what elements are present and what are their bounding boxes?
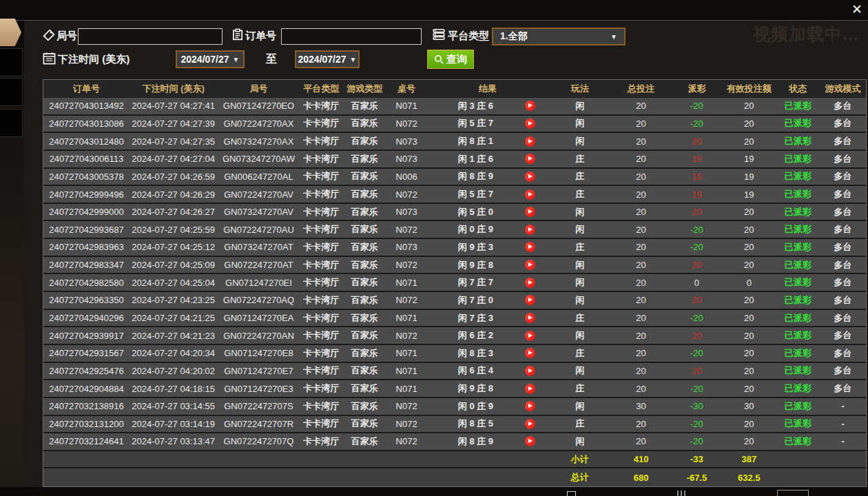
cell-platform: 卡卡湾厅 [300,382,342,395]
cell-game-mode: 多台 [820,170,866,183]
cell-game-no: GN072247270AT [218,260,300,270]
table-row[interactable]: 240727042963350 2024-07-27 04:23:25 GN07… [43,292,866,310]
cell-play-type: 庄 [549,188,611,200]
subtotal-payout: -33 [671,454,722,464]
cell-play-type: 庄 [549,312,611,324]
close-icon[interactable]: ✕ [851,2,862,17]
cell-order-id: 240727042925476 [43,366,130,376]
sidebar-item-placeholder [0,109,23,137]
subtotal-total-bet: 410 [611,454,672,464]
cell-game-type: 百家乐 [342,259,386,271]
cell-order-id: 240727043006113 [43,154,130,164]
cell-payout: 0 [671,278,722,288]
play-video-icon[interactable] [525,331,535,341]
cell-game-no: GN0722472707R [218,419,300,429]
cell-status: 已派彩 [776,294,820,307]
cell-result: 闲 8 庄 1 [426,135,549,147]
play-video-icon[interactable] [525,136,535,147]
game-no-input[interactable] [78,28,223,45]
cell-result: 闲 6 庄 4 [426,364,549,377]
date-from-select[interactable]: 2024/07/27 ▼ [176,50,245,68]
order-no-input[interactable] [281,28,422,45]
table-row[interactable]: 240727032131200 2024-07-27 03:14:19 GN07… [43,416,866,434]
cell-game-no: GN071247270EO [218,101,300,111]
result-score: 闲 6 庄 4 [426,364,525,377]
table-row[interactable]: 240727042940296 2024-07-27 04:21:25 GN07… [43,310,866,328]
cell-platform: 卡卡湾厅 [300,435,342,448]
table-row[interactable]: 240727042993687 2024-07-27 04:25:59 GN07… [43,221,866,239]
cell-game-no: GN071247270E8 [218,348,300,358]
sidebar-collapse-tab[interactable] [0,19,21,46]
table-row[interactable]: 240727042982580 2024-07-27 04:25:04 GN07… [43,274,866,292]
col-header-play: 玩法 [549,83,611,95]
cell-game-mode: 多台 [820,206,866,218]
cell-total-bet: 20 [611,313,672,323]
date-to-select[interactable]: 2024/07/27 ▼ [295,50,360,68]
table-row[interactable]: 240727042999496 2024-07-27 04:26:29 GN07… [43,186,866,204]
col-header-game-no: 局号 [218,83,300,95]
play-video-icon[interactable] [525,189,535,200]
cell-game-no: GN072247270AV [218,189,300,200]
play-video-icon[interactable] [525,419,535,429]
result-score: 闲 8 庄 9 [426,170,525,183]
cell-table-no: N073 [386,136,426,147]
table-row[interactable]: 240727043013086 2024-07-27 04:27:39 GN07… [43,116,866,134]
cell-play-type: 闲 [549,364,611,377]
play-video-icon[interactable] [525,154,535,164]
play-video-icon[interactable] [525,436,535,446]
cell-bet-time: 2024-07-27 04:25:09 [130,260,218,270]
table-row[interactable]: 240727032124641 2024-07-27 03:13:47 GN07… [43,433,866,451]
table-row[interactable]: 240727043013492 2024-07-27 04:27:41 GN07… [43,98,866,116]
play-video-icon[interactable] [525,348,535,358]
play-video-icon[interactable] [525,295,535,305]
cell-payout: -20 [671,225,722,235]
play-video-icon[interactable] [525,242,535,252]
table-row[interactable]: 240727042925476 2024-07-27 04:20:02 GN07… [43,363,866,381]
play-video-icon[interactable] [525,101,535,111]
cell-total-bet: 20 [611,348,672,358]
cell-order-id: 240727032124641 [43,436,130,446]
play-video-icon[interactable] [525,207,535,217]
cell-order-id: 240727032138916 [43,401,130,411]
play-video-icon[interactable] [525,225,535,235]
cell-status: 已派彩 [776,206,820,218]
play-video-icon[interactable] [525,278,535,288]
cell-order-id: 240727042931567 [43,348,130,358]
play-video-icon[interactable] [525,366,535,376]
table-row[interactable]: 240727043005378 2024-07-27 04:26:59 GN00… [43,169,866,187]
query-button[interactable]: 查询 [427,50,474,69]
table-row[interactable]: 240727042931567 2024-07-27 04:20:34 GN07… [43,345,866,363]
cell-valid-bet: 30 [722,401,776,411]
play-video-icon[interactable] [525,260,535,270]
table-row[interactable]: 240727042983347 2024-07-27 04:25:09 GN07… [43,257,866,275]
cell-play-type: 闲 [549,100,611,112]
play-video-icon[interactable] [525,313,535,323]
cell-play-type: 闲 [549,294,611,307]
cell-game-no: GN072247270AQ [218,295,300,305]
cell-payout: -20 [671,384,722,394]
sidebar-item-placeholder [0,78,23,106]
table-row[interactable]: 240727042939917 2024-07-27 04:21:23 GN07… [43,327,866,345]
table-row[interactable]: 240727042983963 2024-07-27 04:25:12 GN07… [43,239,866,257]
play-video-icon[interactable] [525,384,535,394]
cell-payout: 20 [671,207,722,217]
table-row[interactable]: 240727042999000 2024-07-27 04:26:27 GN07… [43,204,866,222]
table-row[interactable]: 240727042904884 2024-07-27 04:18:15 GN07… [43,380,866,398]
play-video-icon[interactable] [525,118,535,129]
cell-table-no: N073 [386,154,426,164]
play-video-icon[interactable] [525,401,535,411]
play-video-icon[interactable] [525,172,535,182]
col-header-total-bet: 总投注 [611,83,672,95]
cell-payout: -20 [671,101,722,111]
table-row[interactable]: 240727032138916 2024-07-27 03:14:55 GN07… [43,398,866,416]
col-header-status: 状态 [776,83,820,95]
game-no-label: 局号 [56,30,77,43]
table-row[interactable]: 240727043012480 2024-07-27 04:27:35 GN07… [43,133,866,151]
cell-total-bet: 20 [611,384,672,394]
platform-type-select[interactable]: 1.全部 ▼ [492,28,626,45]
result-score: 闲 0 庄 9 [426,223,525,236]
result-score: 闲 9 庄 3 [426,241,525,254]
cell-total-bet: 20 [611,172,672,182]
table-row[interactable]: 240727043006113 2024-07-27 04:27:04 GN07… [43,151,866,169]
cell-valid-bet: 19 [722,189,776,200]
